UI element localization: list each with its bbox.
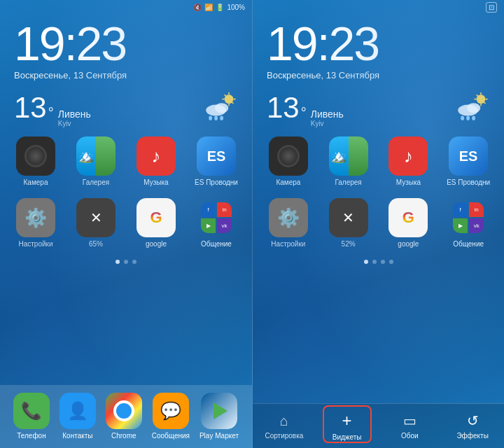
time-left: 19:23 — [14, 20, 238, 67]
play-triangle-left — [214, 402, 227, 419]
dock-icon-chrome-left[interactable] — [106, 393, 142, 429]
music-note-right: ♪ — [404, 146, 413, 167]
es-text-right: ES — [459, 148, 478, 164]
app-icon-camera-right[interactable] — [269, 136, 308, 176]
nav-effects[interactable]: ↺ Эффекты — [441, 412, 504, 440]
app-google-left[interactable]: G google — [129, 198, 183, 248]
svg-point-10 — [214, 115, 218, 120]
app-es-right[interactable]: ES ES Проводни — [441, 136, 496, 187]
camera-lens-right — [277, 145, 300, 167]
app-icon-music-left[interactable]: ♪ — [136, 136, 176, 176]
city-name-right: Ливень — [311, 108, 344, 120]
gallery-half1-left: 🏔️ — [76, 136, 96, 176]
x-icon-right: ✕ — [342, 209, 354, 226]
app-label-gallery-right: Галерея — [335, 178, 361, 187]
dock-phone-left[interactable]: 📞 Телефон — [13, 393, 50, 440]
dock-chrome-left[interactable]: Chrome — [106, 393, 142, 440]
app-grid-left-row2: ⚙️ Настройки ✕ 65% G google f in ▶ — [0, 192, 252, 254]
app-icon-percent-left[interactable]: ✕ — [76, 198, 115, 237]
app-percent52-right[interactable]: ✕ 52% — [321, 198, 376, 248]
app-label-camera-left: Камера — [24, 178, 48, 187]
svg-point-23 — [472, 115, 475, 120]
app-icon-google-left[interactable]: G — [136, 198, 176, 237]
dock-icon-messages-left[interactable]: 💬 — [153, 393, 189, 429]
dock-icon-playstore-left[interactable] — [201, 393, 237, 429]
app-settings-left[interactable]: ⚙️ Настройки — [8, 198, 63, 248]
app-label-music-right: Музыка — [396, 178, 421, 187]
app-icon-music-right[interactable]: ♪ — [388, 136, 428, 176]
app-icon-es-left[interactable]: ES — [197, 136, 236, 176]
app-settings-right[interactable]: ⚙️ Настройки — [261, 198, 316, 248]
phone-icon-left: 📞 — [21, 401, 42, 421]
google-icon-right: G — [402, 209, 414, 227]
svg-point-20 — [467, 103, 480, 113]
weather-city-right: Ливень Kyiv — [311, 108, 344, 127]
weather-icon-right — [455, 92, 490, 127]
svg-line-17 — [477, 94, 478, 96]
dot-1-left — [115, 260, 120, 264]
app-label-percent-left: 65% — [89, 240, 103, 248]
app-icon-google-right[interactable]: G — [388, 198, 428, 237]
edit-icon-right[interactable]: ⊡ — [486, 2, 497, 13]
app-grid-right-row1: Камера 🏔️ Галерея ♪ Музыка ES — [253, 131, 504, 192]
app-label-es-right: ES Проводни — [447, 178, 490, 187]
app-label-es-left: ES Проводни — [195, 178, 238, 187]
dock-icon-contacts-left[interactable]: 👤 — [59, 393, 96, 429]
app-gallery-left[interactable]: 🏔️ Галерея — [69, 136, 123, 187]
app-icon-social-left[interactable]: f in ▶ vk — [197, 198, 236, 237]
temp-deg-left: ° — [48, 105, 54, 121]
status-bar-right: ⊡ — [253, 0, 504, 14]
app-label-music-left: Музыка — [144, 178, 168, 187]
gear-icon-left: ⚙️ — [24, 207, 47, 229]
app-icon-settings-right[interactable]: ⚙️ — [269, 198, 308, 237]
dot-3-left — [132, 260, 136, 264]
svg-line-18 — [484, 102, 485, 103]
app-camera-right[interactable]: Камера — [261, 136, 316, 187]
nav-sort[interactable]: ⌂ Сортировка — [253, 413, 316, 440]
playstore-inner-left — [201, 393, 237, 429]
dock-messages-left[interactable]: 💬 Сообщения — [152, 393, 190, 440]
app-icon-percent52-right[interactable]: ✕ — [329, 198, 368, 237]
app-gallery-right[interactable]: 🏔️ Галерея — [321, 136, 376, 187]
app-label-settings-right: Настройки — [271, 240, 305, 248]
app-label-social-right: Общение — [453, 240, 484, 248]
app-percent-left[interactable]: ✕ 65% — [69, 198, 123, 248]
app-label-gallery-left: Галерея — [83, 178, 109, 187]
nav-wallpaper[interactable]: ▭ Обои — [379, 412, 442, 440]
weather-icon-left — [203, 92, 238, 127]
nav-wallpaper-label: Обои — [401, 432, 419, 440]
app-icon-camera-left[interactable] — [16, 136, 55, 176]
app-social-right[interactable]: f in ▶ vk Общение — [441, 198, 496, 248]
temp-deg-right: ° — [301, 105, 307, 121]
dock-contacts-left[interactable]: 👤 Контакты — [59, 393, 96, 440]
nav-widgets-label: Виджеты — [332, 433, 362, 441]
app-icon-gallery-right[interactable]: 🏔️ — [329, 136, 368, 176]
gear-icon-right: ⚙️ — [277, 207, 300, 229]
dock-icon-phone-left[interactable]: 📞 — [13, 393, 50, 429]
app-icon-social-right[interactable]: f in ▶ vk — [449, 198, 488, 237]
chrome-inner-left — [113, 400, 134, 421]
app-icon-es-right[interactable]: ES — [449, 136, 488, 176]
time-display-left: 19:23 Воскресенье, 13 Сентября — [0, 14, 252, 80]
app-icon-gallery-left[interactable]: 🏔️ — [76, 136, 115, 176]
app-google-right[interactable]: G google — [382, 198, 436, 248]
app-social-left[interactable]: f in ▶ vk Общение — [189, 198, 244, 248]
svg-point-9 — [209, 115, 212, 120]
social-grid-left: f in ▶ vk — [201, 202, 232, 233]
dock-label-chrome-left: Chrome — [111, 432, 136, 440]
app-camera-left[interactable]: Камера — [8, 136, 63, 187]
right-panel: ⊡ 19:23 Воскресенье, 13 Сентября 13 ° Ли… — [252, 0, 504, 448]
temp-num-right: 13 — [267, 91, 300, 125]
app-music-right[interactable]: ♪ Музыка — [382, 136, 436, 187]
app-icon-settings-left[interactable]: ⚙️ — [16, 198, 55, 237]
left-panel: 🔇 📶 🔋 100% 19:23 Воскресенье, 13 Сентябр… — [0, 0, 252, 448]
dot-3-right — [381, 260, 385, 264]
dock-playstore-left[interactable]: Play Маркет — [200, 393, 239, 440]
app-es-left[interactable]: ES ES Проводни — [189, 136, 244, 187]
svg-point-22 — [466, 115, 470, 120]
page-dots-left — [0, 254, 252, 270]
dock-label-messages-left: Сообщения — [152, 432, 190, 440]
nav-widgets[interactable]: + Виджеты — [316, 411, 379, 441]
app-music-left[interactable]: ♪ Музыка — [129, 136, 183, 187]
app-label-camera-right: Камера — [276, 178, 300, 187]
